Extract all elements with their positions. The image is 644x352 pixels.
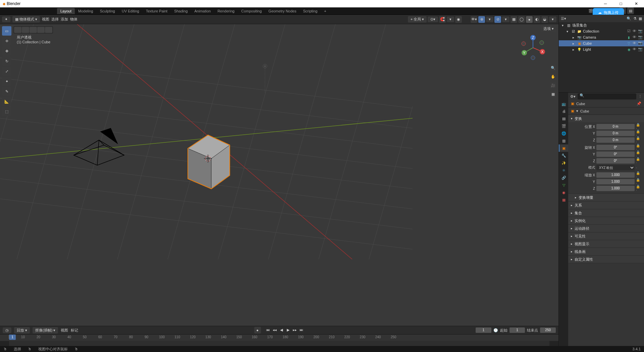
scale-z-input[interactable]: 1.000 xyxy=(596,186,635,191)
tool-annotate[interactable]: ✎ xyxy=(2,87,11,96)
prop-tab-render[interactable]: 📺 xyxy=(559,100,568,107)
rotation-y-input[interactable]: 0° xyxy=(596,151,635,157)
location-y-input[interactable]: 0 m xyxy=(596,131,635,136)
prop-tab-data[interactable]: ▽ xyxy=(559,181,568,189)
tab-add[interactable]: + xyxy=(321,8,329,14)
timeline-menu-view[interactable]: 视图 xyxy=(61,328,68,333)
tool-rotate[interactable]: ↻ xyxy=(2,56,11,66)
select-mode-5[interactable] xyxy=(45,27,52,33)
timeline-keying[interactable]: 抠像(插帧) ▾ xyxy=(33,327,58,334)
rotation-x-input[interactable]: 0° xyxy=(596,145,635,150)
object-visibility-icon[interactable]: 👁▾ xyxy=(471,16,477,23)
panel-instancing[interactable]: ▸实例化 xyxy=(568,217,644,224)
xray-toggle[interactable]: ▦ xyxy=(511,16,517,23)
current-frame-input[interactable]: 1 xyxy=(476,327,491,333)
location-z-input[interactable]: 0 m xyxy=(596,137,635,143)
3d-viewport[interactable]: ▭ ✛ ✥ ↻ ⤢ ✦ ✎ 📐 ⬚ 用户透视 (1) Collection | … xyxy=(0,24,558,326)
keyframe-prev-button[interactable]: ◂◂ xyxy=(272,327,278,333)
prop-tab-physics[interactable]: ⚛ xyxy=(559,167,568,174)
tab-layout[interactable]: Layout xyxy=(57,8,75,14)
autokey-toggle[interactable]: ● xyxy=(254,327,261,334)
tab-geonodes[interactable]: Geometry Nodes xyxy=(265,8,300,14)
shading-material[interactable]: ◐ xyxy=(534,16,540,23)
rotation-z-input[interactable]: 0° xyxy=(596,158,635,164)
tool-select-box[interactable]: ▭ xyxy=(2,26,11,36)
panel-viewport-display[interactable]: ▸视图显示 xyxy=(568,240,644,248)
timeline-playback[interactable]: 回放 ▾ xyxy=(14,327,30,334)
prop-tab-world[interactable]: 🌐 xyxy=(559,130,568,137)
pan-icon[interactable]: ✋ xyxy=(550,73,556,80)
vp-menu-select[interactable]: 选择 xyxy=(51,17,59,22)
panel-custom-props[interactable]: ▸自定义属性 xyxy=(568,256,644,263)
snap-toggle[interactable]: 🧲 xyxy=(439,16,446,23)
zoom-icon[interactable]: 🔍 xyxy=(550,64,556,71)
props-options-icon[interactable]: ⋮ xyxy=(638,94,642,99)
jump-start-button[interactable]: ⏮ xyxy=(265,327,271,333)
tab-compositing[interactable]: Compositing xyxy=(238,8,265,14)
shading-wireframe[interactable]: ◯ xyxy=(518,16,525,23)
overlays-toggle[interactable]: ⊘ xyxy=(494,16,501,23)
prop-tab-texture[interactable]: ▦ xyxy=(559,196,568,204)
tool-scale[interactable]: ⤢ xyxy=(2,67,11,76)
tool-move[interactable]: ✥ xyxy=(2,46,11,56)
mode-selector[interactable]: ▦ 物体模式 ▾ xyxy=(12,16,40,23)
gizmo-toggle[interactable]: ⊕ xyxy=(478,16,485,23)
vp-menu-add[interactable]: 添加 xyxy=(61,17,68,22)
outliner-item-cube[interactable]: ▸▣ Cube ▽ 👁📷 xyxy=(559,40,644,46)
orientation-selector[interactable]: ⌖ 全局 ▾ xyxy=(408,16,427,23)
pin-icon[interactable]: 📌 xyxy=(637,101,641,106)
props-type-icon[interactable]: ⚙▾ xyxy=(570,94,576,99)
window-maximize-button[interactable]: □ xyxy=(613,0,629,7)
prop-tab-modifiers[interactable]: 🔧 xyxy=(559,152,568,159)
tab-shading[interactable]: Shading xyxy=(171,8,191,14)
viewlayer-icon[interactable]: ▤ xyxy=(627,7,634,14)
tool-cursor[interactable]: ✛ xyxy=(2,36,11,46)
proportional-toggle[interactable]: ◉ xyxy=(455,16,462,23)
rotation-mode-select[interactable]: XYZ 欧拉 xyxy=(596,165,635,170)
select-mode-2[interactable] xyxy=(22,27,29,33)
prop-tab-particles[interactable]: ✨ xyxy=(559,159,568,167)
pivot-selector[interactable]: ⊙▾ xyxy=(428,16,438,22)
outliner-item-light[interactable]: ▸💡 Light ◉ 👁📷 xyxy=(559,46,644,52)
tab-animation[interactable]: Animation xyxy=(191,8,214,14)
panel-relations[interactable]: ▸关系 xyxy=(568,202,644,209)
panel-transform-header[interactable]: ▾变换 xyxy=(568,115,644,122)
panel-delta-transform[interactable]: ▸变换增量 xyxy=(568,194,644,201)
navigation-gizmo[interactable]: X Y Z xyxy=(520,34,546,61)
tool-add-cube[interactable]: ⬚ xyxy=(2,107,11,116)
overlays-options[interactable]: ▾ xyxy=(502,16,509,22)
camera-view-icon[interactable]: 🎥 xyxy=(550,82,556,89)
select-mode-1[interactable] xyxy=(14,27,21,33)
outliner-scene-collection[interactable]: ▾▥ 场景集合 xyxy=(559,22,644,28)
tab-uvediting[interactable]: UV Editing xyxy=(118,8,143,14)
timeline-track[interactable] xyxy=(0,341,558,346)
panel-lineart[interactable]: ▸线条画 xyxy=(568,248,644,255)
window-minimize-button[interactable]: ─ xyxy=(598,0,613,7)
prop-tab-viewlayer[interactable]: ▤ xyxy=(559,115,568,122)
panel-visibility[interactable]: ▸可见性 xyxy=(568,232,644,240)
vp-menu-object[interactable]: 物体 xyxy=(70,17,77,22)
prop-tab-output[interactable]: 🖨 xyxy=(559,107,568,115)
prop-tab-scene[interactable]: 🎬 xyxy=(559,122,568,130)
outliner-item-camera[interactable]: ▸📷 Camera ▮ 👁📷 xyxy=(559,34,644,40)
end-frame-input[interactable]: 250 xyxy=(540,327,556,333)
outliner-type-icon[interactable]: ☰▾ xyxy=(561,16,566,21)
panel-motion-paths[interactable]: ▸运动路径 xyxy=(568,225,644,232)
scale-x-input[interactable]: 1.000 xyxy=(596,172,635,178)
prop-tab-collection[interactable]: ▥ xyxy=(559,137,568,144)
select-mode-4[interactable] xyxy=(37,27,45,33)
outliner-search-icon[interactable]: 🔍 xyxy=(627,16,631,21)
outliner-new-collection-icon[interactable]: ▦ xyxy=(639,16,642,21)
location-x-input[interactable]: 0 m xyxy=(596,124,635,129)
shading-rendered[interactable]: ◒ xyxy=(541,16,548,23)
properties-object-name[interactable]: ▣▾Cube xyxy=(568,107,644,115)
panel-collections[interactable]: ▸集合 xyxy=(568,209,644,217)
keyframe-next-button[interactable]: ▸▸ xyxy=(292,327,298,333)
vp-menu-view[interactable]: 视图 xyxy=(42,17,49,22)
jump-end-button[interactable]: ⏭ xyxy=(299,327,305,333)
scale-y-input[interactable]: 1.000 xyxy=(596,179,635,184)
tab-texturepaint[interactable]: Texture Paint xyxy=(143,8,171,14)
outliner-item-collection[interactable]: ▾☑📁 Collection ☑👁📷 xyxy=(559,28,644,34)
gizmo-options[interactable]: ▾ xyxy=(486,16,493,22)
play-reverse-button[interactable]: ◀ xyxy=(278,327,284,333)
